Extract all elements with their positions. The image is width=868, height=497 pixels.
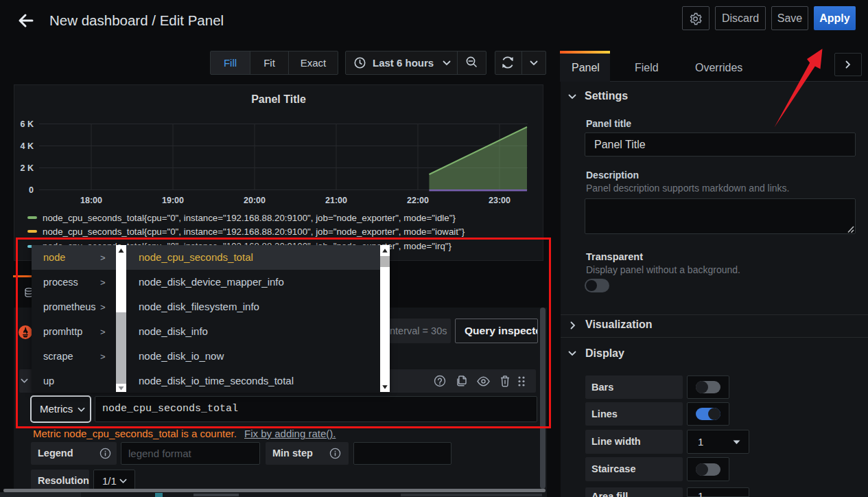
svg-text:19:00: 19:00	[162, 196, 184, 205]
svg-text:21:00: 21:00	[325, 196, 347, 205]
svg-text:20:00: 20:00	[244, 196, 266, 205]
svg-text:2 K: 2 K	[21, 163, 34, 173]
svg-text:6 K: 6 K	[21, 119, 34, 129]
svg-text:22:00: 22:00	[407, 196, 429, 205]
svg-text:18:00: 18:00	[80, 196, 102, 205]
svg-text:23:00: 23:00	[489, 196, 511, 205]
svg-text:4 K: 4 K	[21, 141, 34, 151]
svg-text:0: 0	[29, 185, 34, 195]
